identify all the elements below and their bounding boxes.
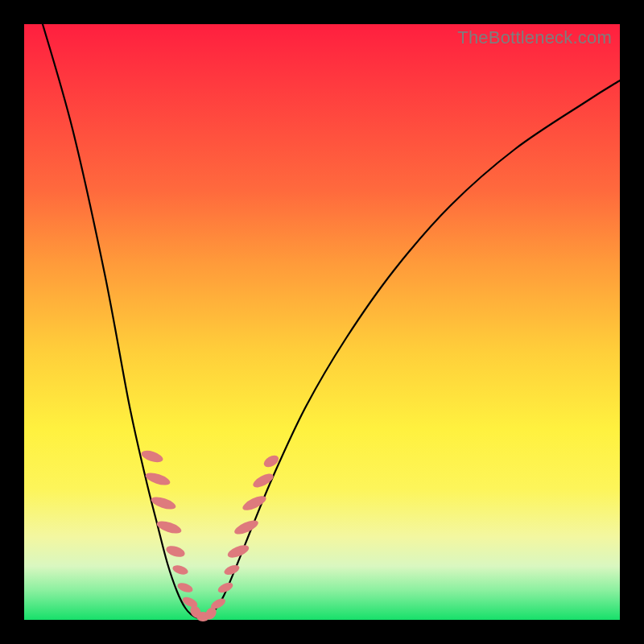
curve-layer — [24, 24, 620, 620]
bead-marker — [165, 544, 187, 559]
bead-marker — [171, 564, 189, 576]
bead-marker — [176, 581, 194, 594]
bead-marker — [223, 564, 241, 577]
plot-area: TheBottleneck.com — [24, 24, 620, 620]
bead-group — [140, 448, 281, 621]
chart-frame: TheBottleneck.com — [0, 0, 644, 644]
bead-marker — [140, 448, 164, 464]
bead-marker — [226, 543, 250, 560]
bottleneck-curve — [40, 16, 620, 618]
bead-marker — [233, 518, 260, 537]
